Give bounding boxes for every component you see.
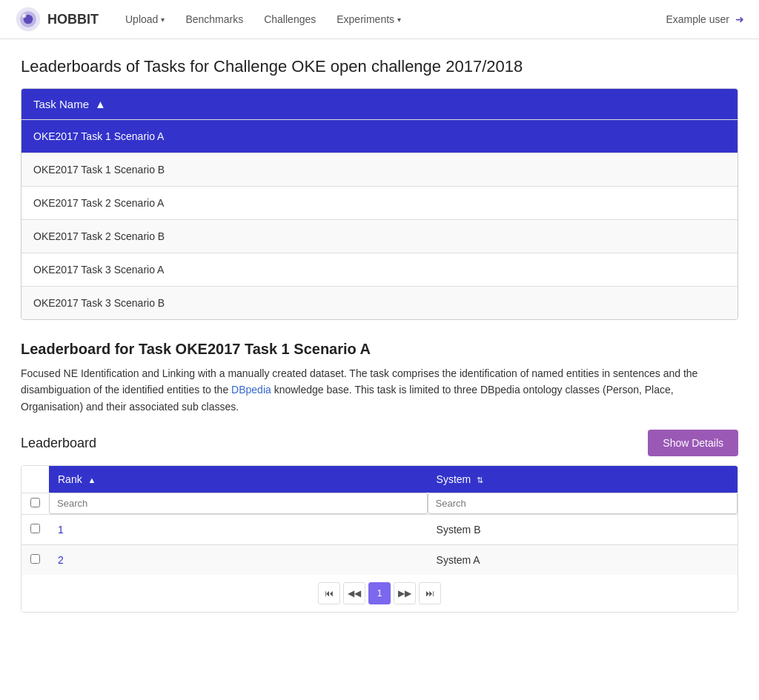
- task-row[interactable]: OKE2017 Task 3 Scenario B: [21, 286, 738, 319]
- task-name-header-label: Task Name: [33, 98, 89, 110]
- brand-name: HOBBIT: [47, 12, 99, 27]
- main-content: Leaderboards of Tasks for Challenge OKE …: [0, 39, 759, 630]
- leaderboard-title: Leaderboard for Task OKE2017 Task 1 Scen…: [21, 341, 738, 358]
- prev-page-button[interactable]: ◀◀: [343, 582, 365, 604]
- task-rows-container: OKE2017 Task 1 Scenario AOKE2017 Task 1 …: [21, 119, 738, 319]
- task-table-header[interactable]: Task Name ▲: [21, 89, 738, 119]
- rank-header[interactable]: Rank ▲: [49, 466, 428, 493]
- system-search-input[interactable]: [428, 493, 738, 514]
- system-cell: System B: [428, 515, 738, 545]
- task-table: Task Name ▲ OKE2017 Task 1 Scenario AOKE…: [21, 88, 738, 320]
- leaderboard-tbody: 1 System B 2 System A: [21, 515, 738, 576]
- table-header-row: Rank ▲ System ⇅: [21, 466, 738, 493]
- pagination: ⏮ ◀◀ 1 ▶▶ ⏭: [29, 582, 730, 604]
- table-row: 1 System B: [21, 515, 738, 545]
- task-row[interactable]: OKE2017 Task 2 Scenario B: [21, 219, 738, 253]
- page-title: Leaderboards of Tasks for Challenge OKE …: [21, 57, 738, 76]
- pagination-row: ⏮ ◀◀ 1 ▶▶ ⏭: [21, 575, 738, 612]
- nav-benchmarks[interactable]: Benchmarks: [176, 9, 252, 30]
- main-nav: Upload ▾ Benchmarks Challenges Experimen…: [116, 9, 666, 30]
- header-checkbox-cell: [21, 466, 49, 493]
- system-cell: System A: [428, 545, 738, 576]
- user-area: Example user ➜: [666, 13, 744, 25]
- system-sort-icon: ⇅: [477, 476, 483, 484]
- rank-cell: 2: [49, 545, 428, 576]
- rank-search-input[interactable]: [49, 493, 428, 514]
- leaderboard-table-wrapper: Rank ▲ System ⇅: [21, 465, 738, 613]
- logout-icon[interactable]: ➜: [735, 13, 744, 25]
- row-checkbox-cell: [21, 545, 49, 576]
- first-page-button[interactable]: ⏮: [318, 582, 340, 604]
- task-row[interactable]: OKE2017 Task 1 Scenario B: [21, 153, 738, 186]
- task-name-sort-icon: ▲: [95, 98, 106, 110]
- leaderboard-label: Leaderboard: [21, 436, 96, 451]
- brand-logo[interactable]: HOBBIT: [15, 6, 99, 33]
- row-checkbox-cell: [21, 515, 49, 545]
- user-label: Example user: [666, 13, 729, 25]
- nav-upload[interactable]: Upload ▾: [116, 9, 173, 30]
- task-row[interactable]: OKE2017 Task 2 Scenario A: [21, 186, 738, 219]
- select-all-checkbox[interactable]: [30, 498, 40, 507]
- navbar: HOBBIT Upload ▾ Benchmarks Challenges Ex…: [0, 0, 759, 39]
- rank-cell: 1: [49, 515, 428, 545]
- search-row: [21, 493, 738, 515]
- show-details-button[interactable]: Show Details: [648, 430, 738, 456]
- leaderboard-description: Focused NE Identification and Linking wi…: [21, 365, 738, 415]
- last-page-button[interactable]: ⏭: [419, 582, 441, 604]
- nav-experiments[interactable]: Experiments ▾: [328, 9, 410, 30]
- dbpedia-link[interactable]: DBpedia: [231, 384, 271, 396]
- upload-caret-icon: ▾: [161, 16, 165, 24]
- experiments-caret-icon: ▾: [397, 16, 401, 24]
- svg-point-3: [22, 14, 26, 18]
- task-row[interactable]: OKE2017 Task 3 Scenario A: [21, 253, 738, 286]
- nav-challenges[interactable]: Challenges: [255, 9, 325, 30]
- system-search-cell: [428, 493, 738, 515]
- system-header[interactable]: System ⇅: [428, 466, 738, 493]
- rank-search-cell: [49, 493, 428, 515]
- leaderboard-controls: Leaderboard Show Details: [21, 430, 738, 456]
- next-page-button[interactable]: ▶▶: [394, 582, 416, 604]
- row-checkbox[interactable]: [30, 524, 40, 533]
- page-1-button[interactable]: 1: [368, 582, 391, 604]
- rank-sort-icon: ▲: [88, 476, 96, 484]
- table-row: 2 System A: [21, 545, 738, 576]
- hobbit-logo-icon: [15, 6, 42, 33]
- pagination-cell: ⏮ ◀◀ 1 ▶▶ ⏭: [21, 575, 738, 612]
- leaderboard-table: Rank ▲ System ⇅: [21, 466, 738, 612]
- task-row[interactable]: OKE2017 Task 1 Scenario A: [21, 119, 738, 153]
- search-checkbox-cell: [21, 493, 49, 515]
- row-checkbox[interactable]: [30, 554, 40, 564]
